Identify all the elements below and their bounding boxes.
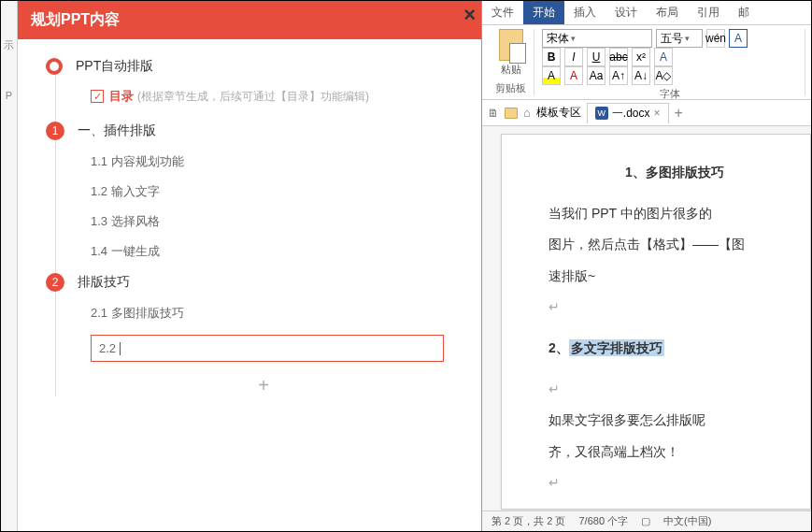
toc-checkbox-row[interactable]: ✓ 目录 (根据章节生成，后续可通过【目录】功能编辑)	[74, 88, 453, 105]
template-zone-button[interactable]: 模板专区	[536, 105, 581, 121]
root-node[interactable]: PPT自动排版	[74, 58, 453, 75]
folder-icon[interactable]	[505, 108, 518, 119]
paste-label: 粘贴	[501, 63, 521, 77]
underline-button[interactable]: U	[587, 48, 605, 66]
root-bullet-icon	[46, 58, 63, 75]
doc-paragraph: 速排版~	[548, 261, 801, 293]
super-sub-button[interactable]: x²	[632, 48, 650, 66]
checkbox-icon[interactable]: ✓	[91, 90, 104, 103]
paragraph-mark: ↵	[548, 467, 801, 499]
ribbon-tabs: 文件 开始 插入 设计 布局 引用 邮	[482, 1, 811, 25]
tab-home[interactable]: 开始	[523, 1, 564, 24]
section-node[interactable]: 2 排版技巧	[74, 273, 453, 292]
clear-format-button[interactable]: A◇	[654, 66, 673, 85]
document-viewport[interactable]: 1、多图排版技巧 当我们 PPT 中的图片很多的 图片，然后点击【格式】——【图…	[482, 126, 811, 510]
clipboard-group: 粘贴 剪贴板	[488, 29, 534, 95]
italic-button[interactable]: I	[564, 48, 583, 66]
ribbon-body: 粘贴 剪贴板 宋体▾ 五号▾ wén A B I U abc x² A	[482, 25, 811, 100]
section-number-icon: 1	[46, 122, 64, 140]
section-title: 排版技巧	[78, 274, 130, 291]
app-sidebar-edge: 示 P	[1, 1, 18, 531]
sub-item[interactable]: 1.1 内容规划功能	[74, 153, 453, 170]
doc-tab-label: 一.docx	[612, 106, 650, 122]
tab-references[interactable]: 引用	[688, 1, 729, 24]
page-count[interactable]: 第 2 页，共 2 页	[491, 514, 565, 528]
tab-design[interactable]: 设计	[605, 1, 647, 24]
shrink-font-button[interactable]: A↓	[632, 66, 650, 85]
char-shading-button[interactable]: Aa	[587, 66, 605, 85]
doc-heading: 1、多图排版技巧	[548, 157, 801, 189]
input-value: 2.2	[99, 341, 116, 355]
tab-file[interactable]: 文件	[482, 1, 523, 24]
toc-label: 目录	[109, 88, 134, 105]
tab-mail[interactable]: 邮	[729, 1, 759, 24]
phonetic-guide-button[interactable]: wén	[706, 29, 725, 48]
font-group: 宋体▾ 五号▾ wén A B I U abc x² A A A Aa	[534, 29, 805, 95]
edge-hint: P	[6, 90, 12, 101]
sub-item-input[interactable]: 2.2	[91, 335, 444, 362]
word-count[interactable]: 7/680 个字	[578, 514, 628, 528]
tree-connector-line	[55, 60, 56, 396]
doc-heading: 2、多文字排版技巧	[548, 333, 801, 365]
edge-hint: 示	[4, 38, 14, 52]
close-tab-icon[interactable]: ×	[654, 107, 661, 120]
ppt-plan-panel: × 规划PPT内容 PPT自动排版 ✓ 目录 (根据章节生成，后续可通过【目录】…	[18, 1, 482, 531]
tab-layout[interactable]: 布局	[647, 1, 688, 24]
section-title: 一、插件排版	[78, 122, 156, 139]
grow-font-button[interactable]: A↑	[609, 66, 628, 85]
add-tab-button[interactable]: +	[675, 105, 683, 122]
sub-item[interactable]: 2.1 多图排版技巧	[74, 305, 453, 322]
panel-title: 规划PPT内容	[18, 1, 481, 39]
document-page[interactable]: 1、多图排版技巧 当我们 PPT 中的图片很多的 图片，然后点击【格式】——【图…	[501, 134, 811, 510]
toc-description: (根据章节生成，后续可通过【目录】功能编辑)	[137, 89, 369, 105]
language-status[interactable]: 中文(中国)	[663, 514, 711, 528]
root-label: PPT自动排版	[76, 58, 153, 75]
spellcheck-icon[interactable]: ▢	[641, 515, 650, 527]
sub-item[interactable]: 1.3 选择风格	[74, 213, 453, 230]
paragraph-mark: ↵	[548, 292, 801, 324]
doc-paragraph: 当我们 PPT 中的图片很多的	[548, 198, 801, 230]
doc-paragraph: 图片，然后点击【格式】——【图	[548, 229, 801, 261]
new-doc-icon[interactable]: 🗎	[488, 107, 499, 120]
sub-item[interactable]: 1.4 一键生成	[74, 243, 453, 260]
section-node[interactable]: 1 一、插件排版	[74, 122, 453, 140]
paste-icon[interactable]	[499, 29, 523, 61]
tab-insert[interactable]: 插入	[564, 1, 605, 24]
bold-button[interactable]: B	[542, 48, 561, 66]
font-name-select[interactable]: 宋体▾	[542, 29, 652, 48]
sub-item[interactable]: 1.2 输入文字	[74, 183, 453, 200]
home-icon[interactable]: ⌂	[523, 106, 531, 120]
doc-paragraph: 齐，又很高端上档次！	[548, 437, 801, 468]
status-bar: 第 2 页，共 2 页 7/680 个字 ▢ 中文(中国)	[482, 510, 811, 531]
clipboard-group-label: 剪贴板	[495, 79, 526, 95]
doc-paragraph: 如果文字很多要怎么排版呢	[548, 405, 801, 437]
word-app: 文件 开始 插入 设计 布局 引用 邮 粘贴 剪贴板 宋体▾ 五号▾ wén	[482, 1, 811, 531]
font-group-label: 字体	[542, 85, 797, 101]
font-size-select[interactable]: 五号▾	[656, 29, 703, 48]
text-effects-button[interactable]: A	[654, 48, 673, 66]
doc-tabbar: 🗎 ⌂ 模板专区 W 一.docx × +	[482, 100, 811, 126]
panel-title-text: 规划PPT内容	[31, 10, 120, 30]
text-cursor	[120, 342, 121, 355]
word-file-icon: W	[595, 107, 608, 120]
close-icon[interactable]: ×	[463, 3, 476, 27]
add-section-button[interactable]: +	[74, 375, 453, 396]
section-number-icon: 2	[46, 273, 64, 292]
highlight-button[interactable]: A	[542, 66, 561, 85]
char-border-button[interactable]: A	[729, 29, 748, 48]
paragraph-mark: ↵	[548, 374, 801, 406]
doc-tab[interactable]: W 一.docx ×	[587, 103, 669, 123]
selected-text[interactable]: 多文字排版技巧	[569, 339, 664, 356]
font-color-button[interactable]: A	[564, 66, 583, 85]
strike-button[interactable]: abc	[609, 48, 628, 66]
